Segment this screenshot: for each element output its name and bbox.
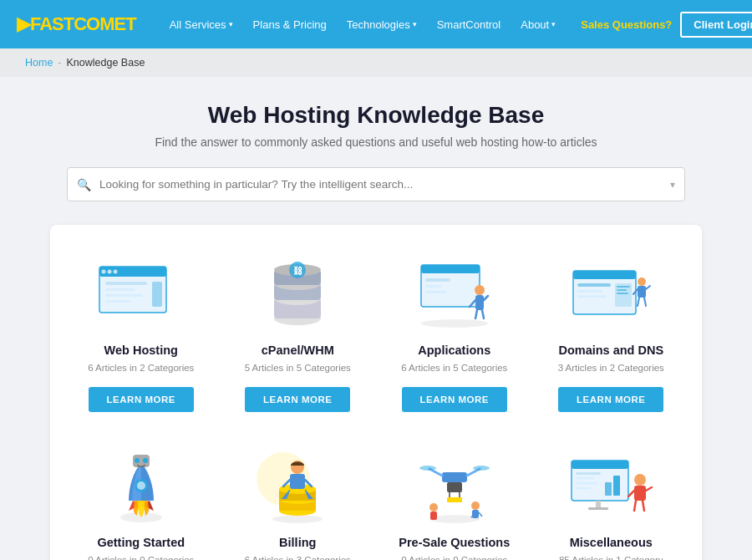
svg-point-89 (634, 474, 646, 486)
learn-more-domains[interactable]: LEARN MORE (558, 387, 663, 412)
svg-rect-41 (638, 286, 646, 298)
svg-rect-21 (425, 278, 450, 282)
chevron-down-icon: ▾ (229, 20, 233, 28)
svg-point-30 (421, 319, 488, 328)
card-title-getting-started: Getting Started (97, 536, 185, 549)
svg-rect-83 (576, 482, 597, 485)
svg-line-28 (475, 310, 477, 318)
svg-line-44 (638, 298, 639, 306)
svg-line-27 (484, 296, 488, 300)
svg-line-29 (482, 310, 484, 318)
breadcrumb: Home - Knowledge Base (0, 48, 752, 77)
chevron-down-icon: ▾ (551, 20, 556, 28)
nav-smartcontrol[interactable]: SmartControl (429, 13, 510, 36)
breadcrumb-current: Knowledge Base (67, 57, 145, 69)
breadcrumb-home[interactable]: Home (25, 57, 53, 69)
search-icon: 🔍 (77, 178, 91, 191)
svg-rect-84 (576, 487, 591, 490)
svg-rect-3 (105, 288, 135, 291)
svg-point-75 (471, 501, 480, 510)
svg-rect-4 (105, 294, 143, 297)
logo-fast: ▶FAST (17, 13, 74, 34)
svg-rect-39 (617, 293, 628, 294)
cpanel-illustration: ⛓ (252, 258, 343, 333)
svg-point-68 (473, 466, 490, 471)
hero-section: Web Hosting Knowledge Base Find the answ… (17, 102, 735, 149)
chevron-down-icon: ▾ (413, 20, 417, 28)
svg-point-9 (113, 270, 117, 274)
svg-rect-38 (617, 289, 627, 291)
svg-point-48 (137, 481, 145, 490)
svg-point-8 (107, 270, 111, 274)
client-login-button[interactable]: Client Login (680, 12, 752, 38)
billing-illustration (252, 451, 343, 526)
chevron-down-icon: ▾ (670, 179, 675, 191)
category-card-presale: Pre-Sale Questions 0 Articles in 0 Categ… (380, 442, 529, 560)
nav-all-services[interactable]: All Services ▾ (161, 13, 241, 36)
svg-rect-5 (105, 300, 130, 303)
category-card-applications: Applications 6 Articles in 5 Categories … (380, 250, 529, 425)
svg-rect-64 (442, 472, 467, 482)
categories-container: Web Hosting 6 Articles in 2 Categories L… (50, 225, 702, 560)
svg-rect-25 (475, 295, 484, 310)
svg-rect-88 (588, 507, 608, 510)
svg-rect-74 (430, 512, 437, 520)
category-card-web-hosting: Web Hosting 6 Articles in 2 Categories L… (67, 250, 216, 425)
svg-rect-35 (577, 295, 607, 298)
learn-more-web-hosting[interactable]: LEARN MORE (89, 387, 194, 412)
miscellaneous-illustration (565, 451, 657, 526)
breadcrumb-separator: - (58, 57, 61, 69)
card-desc-miscellaneous: 85 Articles in 1 Category (559, 553, 663, 560)
svg-point-67 (419, 466, 436, 471)
main-content: Web Hosting Knowledge Base Find the answ… (0, 77, 752, 560)
card-title-domains: Domains and DNS (558, 344, 663, 357)
card-title-cpanel: cPanel/WHM (262, 344, 334, 357)
card-desc-domains: 3 Articles in 2 Categories (558, 361, 664, 375)
getting-started-illustration (95, 451, 187, 526)
card-title-web-hosting: Web Hosting (104, 344, 178, 357)
svg-line-93 (634, 501, 636, 511)
svg-rect-70 (449, 492, 450, 497)
card-title-applications: Applications (418, 344, 490, 357)
svg-point-52 (272, 515, 323, 523)
svg-rect-2 (105, 282, 147, 285)
svg-line-78 (479, 512, 482, 517)
card-desc-cpanel: 5 Articles in 5 Categories (245, 361, 351, 375)
svg-line-92 (646, 487, 652, 491)
svg-rect-71 (459, 492, 460, 497)
logo[interactable]: ▶FASTCOMET (17, 13, 136, 35)
svg-point-24 (475, 285, 485, 295)
search-input[interactable] (67, 167, 685, 201)
main-nav: All Services ▾ Plans & Pricing Technolog… (161, 13, 565, 36)
svg-rect-60 (290, 474, 305, 489)
categories-grid: Web Hosting 6 Articles in 2 Categories L… (67, 250, 685, 560)
svg-point-51 (143, 458, 148, 463)
nav-technologies[interactable]: Technologies ▾ (338, 13, 425, 36)
svg-point-40 (638, 277, 646, 286)
card-title-miscellaneous: Miscellaneous (570, 536, 653, 549)
svg-text:⛓: ⛓ (293, 266, 302, 276)
category-card-domains: Domains and DNS 3 Articles in 2 Categori… (537, 250, 686, 425)
svg-line-45 (644, 298, 646, 306)
main-header: ▶FASTCOMET All Services ▾ Plans & Pricin… (0, 0, 752, 48)
header-right: Sales Questions? Client Login (581, 12, 752, 38)
sales-questions-link[interactable]: Sales Questions? (581, 18, 672, 31)
svg-rect-34 (577, 290, 602, 293)
svg-point-7 (101, 270, 105, 274)
svg-line-91 (628, 491, 634, 496)
svg-rect-82 (576, 477, 594, 480)
svg-rect-33 (577, 283, 611, 287)
nav-about[interactable]: About ▾ (512, 13, 564, 36)
card-desc-applications: 6 Articles in 5 Categories (401, 361, 507, 375)
svg-rect-85 (605, 482, 612, 496)
svg-rect-6 (152, 282, 162, 307)
category-card-cpanel: ⛓ cPanel/WHM 5 Articles in 5 Categories … (224, 250, 373, 425)
learn-more-cpanel[interactable]: LEARN MORE (245, 387, 350, 412)
learn-more-applications[interactable]: LEARN MORE (402, 387, 507, 412)
svg-line-94 (643, 501, 644, 511)
category-card-getting-started: Getting Started 0 Articles in 0 Categori… (67, 442, 216, 560)
svg-rect-90 (634, 486, 646, 501)
nav-plans-pricing[interactable]: Plans & Pricing (245, 13, 335, 36)
card-desc-presale: 0 Articles in 0 Categories (401, 553, 507, 560)
page-title: Web Hosting Knowledge Base (17, 102, 735, 129)
